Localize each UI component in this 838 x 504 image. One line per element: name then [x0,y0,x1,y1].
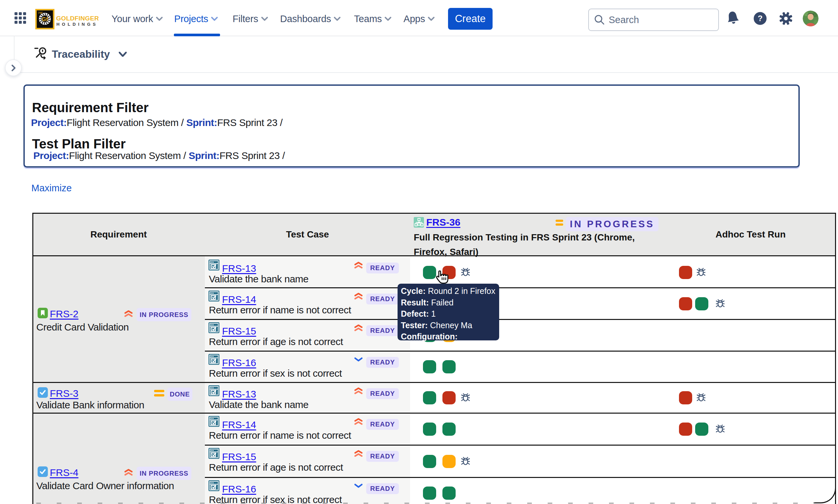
svg-text:Gf: Gf [42,16,48,22]
svg-text:79F: 79F [38,11,43,15]
svg-text:?: ? [758,14,763,23]
